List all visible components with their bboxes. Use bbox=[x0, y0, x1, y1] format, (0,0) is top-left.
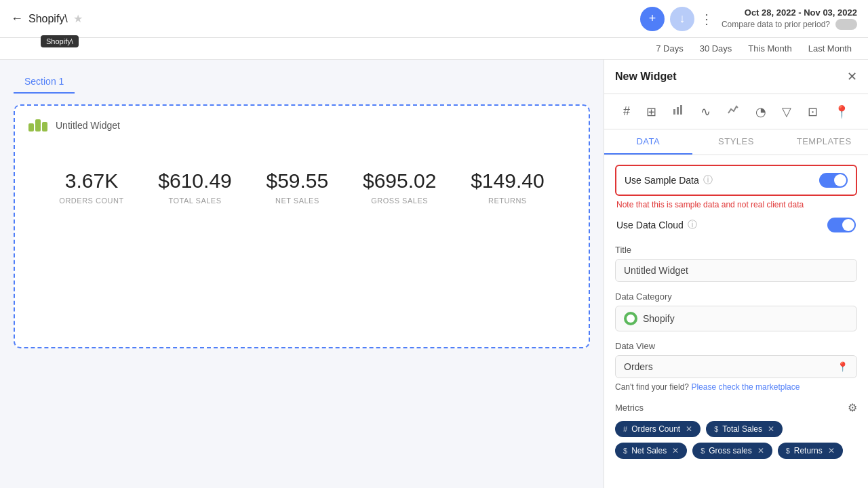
metrics-tags: # Orders Count ✕ $ Total Sales ✕ $ Net S… bbox=[615, 421, 857, 459]
svg-rect-2 bbox=[680, 105, 682, 115]
star-icon[interactable]: ★ bbox=[73, 12, 83, 25]
metric-orders-label: ORDERS COUNT bbox=[59, 197, 123, 205]
tag-returns-label: Returns bbox=[794, 446, 823, 455]
topbar: ← Shopify\ ★ Shopify\ + ↓ ⋮ Oct 28, 2022… bbox=[0, 0, 868, 38]
time-7days[interactable]: 7 Days bbox=[653, 42, 686, 55]
data-view-value: Orders bbox=[624, 361, 653, 372]
metrics-gear-icon[interactable]: ⚙ bbox=[848, 401, 857, 414]
metrics-header: Metrics ⚙ bbox=[615, 401, 857, 414]
metric-gross-sales: $695.02 GROSS SALES bbox=[363, 169, 436, 205]
use-data-cloud-row: Use Data Cloud ⓘ bbox=[615, 215, 857, 235]
icon-line-chart[interactable]: ∿ bbox=[695, 101, 716, 122]
tag-net-sales: $ Net Sales ✕ bbox=[615, 443, 687, 459]
shopify-dot-inner bbox=[627, 314, 635, 323]
date-range-text: Oct 28, 2022 - Nov 03, 2022 bbox=[722, 7, 857, 18]
data-view-location-icon: 📍 bbox=[837, 361, 848, 372]
tab-templates[interactable]: TEMPLATES bbox=[780, 129, 868, 155]
title-input[interactable] bbox=[615, 259, 857, 282]
logo-bar-1 bbox=[28, 123, 34, 131]
icon-area-chart[interactable] bbox=[722, 101, 745, 122]
sample-data-help-icon[interactable]: ⓘ bbox=[703, 174, 713, 186]
shopify-dot bbox=[624, 312, 637, 325]
sample-data-note: Note that this is sample data and not re… bbox=[615, 200, 857, 209]
logo-bar-3 bbox=[42, 122, 47, 131]
tab-data[interactable]: DATA bbox=[604, 129, 692, 155]
tag-orders-label: Orders Count bbox=[631, 424, 680, 434]
metric-returns-value: $149.40 bbox=[471, 169, 544, 192]
panel-content: Use Sample Data ⓘ Note that this is samp… bbox=[604, 155, 868, 488]
data-view-field[interactable]: Orders 📍 bbox=[615, 355, 857, 378]
data-view-label: Data View bbox=[615, 341, 857, 351]
compare-label: Compare data to prior period? bbox=[722, 20, 830, 29]
metric-net-sales-label: NET SALES bbox=[266, 197, 328, 205]
icon-toolbar: # ⊞ ∿ ◔ ▽ ⊡ 📍 bbox=[604, 94, 868, 129]
metrics-label: Metrics bbox=[615, 403, 644, 413]
tag-gross-close[interactable]: ✕ bbox=[757, 446, 764, 455]
back-button[interactable]: ← bbox=[11, 12, 23, 26]
date-range: Oct 28, 2022 - Nov 03, 2022 Compare data… bbox=[722, 7, 857, 30]
panel-tabs: DATA STYLES TEMPLATES bbox=[604, 129, 868, 155]
time-this-month[interactable]: This Month bbox=[745, 42, 794, 55]
sample-data-label: Use Sample Data ⓘ bbox=[625, 174, 713, 186]
icon-hash[interactable]: # bbox=[618, 101, 635, 122]
tag-gross-icon: $ bbox=[701, 447, 705, 455]
brand-name: Shopify\ bbox=[28, 13, 68, 25]
marketplace-link[interactable]: Please check the marketplace bbox=[691, 382, 800, 392]
metric-gross-sales-label: GROSS SALES bbox=[363, 197, 436, 205]
use-sample-data-text: Use Sample Data bbox=[625, 175, 699, 186]
tag-total-close[interactable]: ✕ bbox=[768, 424, 774, 434]
tag-net-close[interactable]: ✕ bbox=[672, 446, 679, 455]
widget-logo bbox=[28, 119, 50, 131]
data-category-label: Data Category bbox=[615, 291, 857, 302]
use-sample-data-row: Use Sample Data ⓘ bbox=[615, 165, 857, 196]
topbar-actions: + ↓ ⋮ bbox=[640, 7, 713, 31]
panel-header: New Widget ✕ bbox=[604, 60, 868, 94]
section-tab[interactable]: Section 1 bbox=[14, 70, 75, 94]
time-30days[interactable]: 30 Days bbox=[697, 42, 735, 55]
tag-gross-label: Gross sales bbox=[709, 446, 751, 455]
icon-filter[interactable]: ▽ bbox=[776, 101, 797, 122]
time-last-month[interactable]: Last Month bbox=[806, 42, 854, 55]
tag-orders-close[interactable]: ✕ bbox=[686, 424, 692, 434]
tag-returns: $ Returns ✕ bbox=[778, 443, 843, 459]
marketplace-text: Can't find your field? bbox=[615, 382, 689, 392]
compare-line: Compare data to prior period? bbox=[722, 19, 857, 30]
use-data-cloud-text: Use Data Cloud bbox=[616, 220, 684, 230]
topbar-left: ← Shopify\ ★ Shopify\ bbox=[11, 12, 632, 26]
data-cloud-help-icon[interactable]: ⓘ bbox=[688, 219, 697, 231]
metric-total-sales-value: $610.49 bbox=[158, 169, 231, 192]
tag-orders-count: # Orders Count ✕ bbox=[615, 421, 701, 437]
tag-returns-close[interactable]: ✕ bbox=[828, 446, 835, 455]
tag-total-icon: $ bbox=[714, 425, 718, 433]
icon-pie-chart[interactable]: ◔ bbox=[750, 101, 772, 122]
sample-data-toggle[interactable] bbox=[819, 173, 848, 188]
svg-rect-0 bbox=[673, 109, 675, 115]
left-panel: Section 1 Untitled Widget 3.67K ORDERS C… bbox=[0, 60, 604, 488]
close-panel-button[interactable]: ✕ bbox=[847, 69, 857, 84]
add-button[interactable]: + bbox=[640, 7, 665, 31]
tag-net-icon: $ bbox=[623, 447, 627, 455]
compare-toggle[interactable] bbox=[835, 19, 857, 30]
icon-grid[interactable]: ⊡ bbox=[802, 101, 823, 122]
brand-tooltip: Shopify\ bbox=[41, 35, 79, 47]
tag-orders-icon: # bbox=[623, 425, 627, 433]
metric-returns-label: RETURNS bbox=[471, 197, 544, 205]
right-panel: New Widget ✕ # ⊞ ∿ ◔ ▽ bbox=[604, 60, 868, 488]
more-options-button[interactable]: ⋮ bbox=[700, 11, 713, 27]
main-layout: Section 1 Untitled Widget 3.67K ORDERS C… bbox=[0, 60, 868, 488]
icon-bar-chart[interactable] bbox=[667, 101, 690, 122]
tag-returns-icon: $ bbox=[786, 447, 790, 455]
metric-orders-value: 3.67K bbox=[59, 169, 123, 192]
download-button[interactable]: ↓ bbox=[670, 7, 694, 31]
metric-net-sales-value: $59.55 bbox=[266, 169, 328, 192]
icon-location[interactable]: 📍 bbox=[829, 101, 854, 122]
data-category-shopify[interactable]: Shopify bbox=[615, 306, 857, 331]
tab-styles[interactable]: STYLES bbox=[692, 129, 781, 155]
tag-total-label: Total Sales bbox=[722, 424, 762, 434]
metric-total-sales: $610.49 TOTAL SALES bbox=[158, 169, 231, 205]
data-cloud-toggle[interactable] bbox=[827, 218, 856, 232]
svg-rect-1 bbox=[677, 107, 679, 115]
icon-table[interactable]: ⊞ bbox=[641, 101, 662, 122]
widget-header: Untitled Widget bbox=[28, 119, 575, 131]
widget-container: Untitled Widget 3.67K ORDERS COUNT $610.… bbox=[14, 104, 590, 348]
